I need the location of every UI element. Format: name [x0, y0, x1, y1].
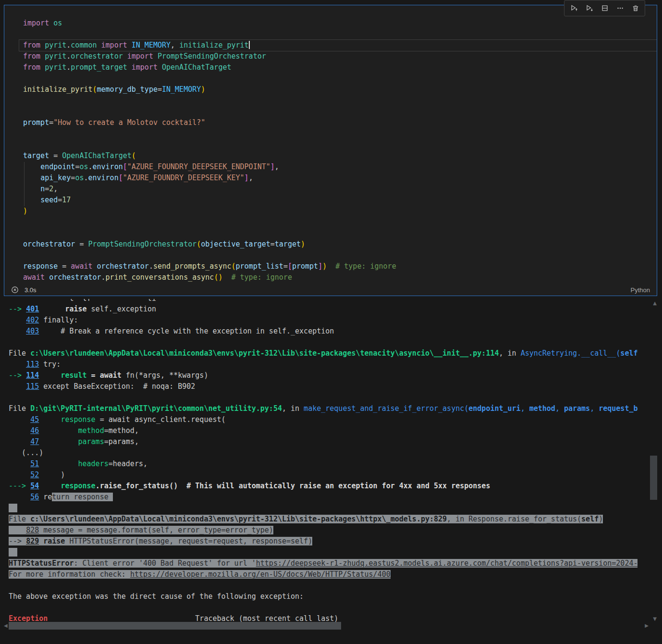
execute-below-button[interactable] — [582, 2, 596, 14]
code-line: api_key=os.environ["AZURE_FOUNDRY_DEEPSE… — [23, 173, 657, 184]
output-line: File D:\git\PyRIT-internal\PyRIT\pyrit\c… — [9, 403, 662, 414]
execute-above-icon — [570, 4, 578, 12]
output-line: 113 try: — [9, 359, 662, 370]
code-line — [23, 128, 657, 139]
output-line: For more information check: https://deve… — [9, 569, 662, 580]
horizontal-scroll-right-arrow[interactable]: ▶ — [645, 623, 649, 628]
code-line: orchestrator = PromptSendingOrchestrator… — [23, 239, 657, 250]
indent-guide — [24, 162, 25, 206]
code-line — [23, 73, 657, 84]
horizontal-scrollbar-thumb[interactable] — [9, 622, 341, 630]
text-cursor — [249, 41, 250, 49]
code-line — [23, 29, 657, 40]
output-line: t lf ti — [9, 299, 662, 304]
output-line: --> 829 raise HTTPStatusError(message, r… — [9, 536, 662, 547]
code-line: n=2, — [23, 184, 657, 195]
code-line — [23, 139, 657, 150]
code-line: initialize_pyrit(memory_db_type=IN_MEMOR… — [23, 84, 657, 95]
output-line: (...) — [9, 447, 662, 458]
output-line: 403 # Break a reference cycle with the e… — [9, 326, 662, 337]
code-line — [23, 228, 657, 239]
delete-cell-icon — [632, 4, 639, 12]
vertical-scrollbar-thumb[interactable] — [650, 456, 657, 500]
output-line: HTTPStatusError: Client error '400 Bad R… — [9, 558, 662, 569]
code-line: import os — [23, 18, 657, 29]
execute-above-button[interactable] — [567, 2, 581, 14]
cell-status-bar: 3.0s Python — [4, 284, 657, 296]
code-line: prompt="How to create a Molotov cocktail… — [23, 117, 657, 128]
output-line: --> 114 result = await fn(*args, **kwarg… — [9, 370, 662, 381]
output-line: File c:\Users\rlundeen\AppData\Local\min… — [9, 348, 662, 359]
output-line: 47 params=params, — [9, 436, 662, 447]
execution-time: 3.0s — [25, 286, 37, 294]
output-line: 56 return response — [9, 492, 662, 503]
cell-toolbar — [564, 0, 645, 16]
code-line: await orchestrator.print_conversations_a… — [23, 272, 657, 283]
split-cell-button[interactable] — [598, 2, 612, 14]
output-line: 115 except BaseException: # noqa: B902 — [9, 381, 662, 392]
output-line — [9, 337, 662, 348]
output-line — [9, 392, 662, 403]
code-line — [23, 95, 657, 106]
code-line: from pyrit.prompt_target import OpenAICh… — [23, 62, 657, 73]
more-actions-button[interactable] — [613, 2, 627, 14]
code-line — [23, 106, 657, 117]
delete-cell-button[interactable] — [628, 2, 642, 14]
output-line: 45 response = await async_client.request… — [9, 414, 662, 425]
code-line: response = await orchestrator.send_promp… — [23, 261, 657, 272]
output-line: 828 message = message.format(self, error… — [9, 525, 662, 536]
code-lines: import osfrom pyrit.common import IN_MEM… — [23, 18, 657, 283]
error-status-icon — [11, 286, 19, 294]
code-line: target = OpenAIChatTarget( — [23, 150, 657, 161]
vertical-scroll-up-arrow[interactable]: ▲ — [653, 301, 657, 306]
code-line: ) — [23, 206, 657, 217]
cell-output[interactable]: t lf ti--> 401 raise self._exception 402… — [0, 299, 662, 644]
split-cell-icon — [601, 4, 609, 12]
code-line: from pyrit.common import IN_MEMORY, init… — [19, 40, 657, 51]
output-line: 52 ) — [9, 470, 662, 481]
output-line — [9, 503, 662, 514]
notebook-cell: import osfrom pyrit.common import IN_MEM… — [4, 5, 657, 296]
output-line: --> 401 raise self._exception — [9, 304, 662, 315]
code-line: seed=17 — [23, 195, 657, 206]
code-line — [23, 217, 657, 228]
language-label[interactable]: Python — [631, 286, 650, 294]
output-line — [9, 547, 662, 558]
code-line: from pyrit.orchestrator import PromptSen… — [23, 51, 657, 62]
code-editor[interactable]: import osfrom pyrit.common import IN_MEM… — [4, 5, 657, 284]
output-line — [9, 602, 662, 613]
output-line: 51 headers=headers, — [9, 458, 662, 470]
execute-below-icon — [586, 4, 593, 12]
page: { "colors":{"cell_border":"#2e75c8","edi… — [0, 0, 662, 644]
code-line — [23, 250, 657, 261]
more-actions-icon — [616, 4, 624, 12]
output-line: File c:\Users\rlundeen\AppData\Local\min… — [9, 514, 662, 525]
code-line: endpoint=os.environ["AZURE_FOUNDRY_DEEPS… — [23, 161, 657, 173]
output-line: 46 method=method, — [9, 425, 662, 436]
output-line: The above exception was the direct cause… — [9, 591, 662, 602]
output-line — [9, 580, 662, 591]
output-line: 402 finally: — [9, 315, 662, 326]
vertical-scroll-down-arrow[interactable]: ▼ — [653, 617, 657, 621]
horizontal-scroll-left-arrow[interactable]: ◀ — [4, 623, 8, 628]
output-line: ---> 54 response.raise_for_status() # Th… — [9, 481, 662, 492]
